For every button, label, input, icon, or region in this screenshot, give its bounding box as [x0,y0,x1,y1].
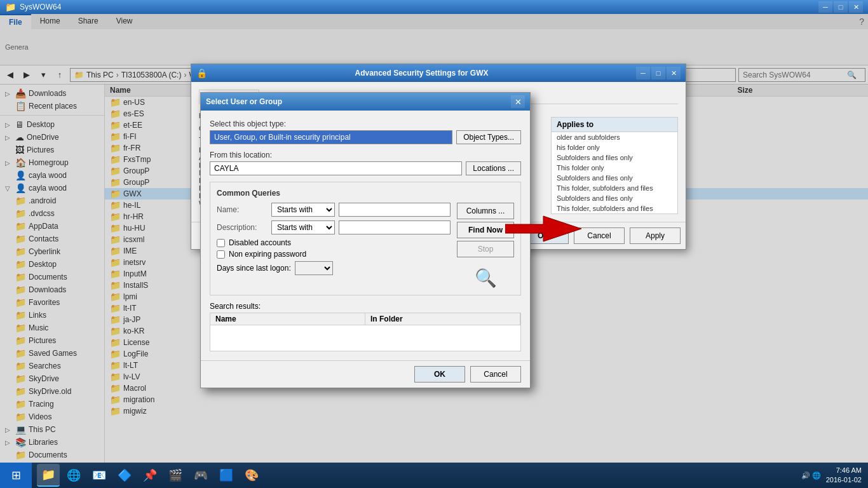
sidebar-item-downloads2[interactable]: 📁 Downloads [0,283,104,296]
sidebar-label: Saved Games [29,349,77,358]
sidebar-item-desktop[interactable]: ▷ 🖥 Desktop [0,118,104,131]
minimize-btn[interactable]: ─ [818,1,832,13]
cancel-button[interactable]: Cancel [574,227,625,244]
sidebar-item-onedrive[interactable]: ▷ ☁ OneDrive [0,131,104,144]
locations-btn[interactable]: Locations ... [466,161,521,175]
days-select[interactable] [295,261,333,275]
tab-view[interactable]: View [107,14,142,29]
file-row[interactable]: 📁migration [105,394,868,405]
applies-item[interactable]: Subfolders and files only [552,152,677,163]
taskbar-email[interactable]: 📧 [88,464,111,487]
sidebar-item-pictures2[interactable]: 📁 Pictures [0,334,104,347]
sidebar-item-links[interactable]: 📁 Links [0,309,104,322]
sidebar-item-dvdcss[interactable]: 📁 .dvdcss [0,207,104,220]
sidebar-item-skydrive[interactable]: 📁 SkyDrive [0,372,104,385]
folder-icon: 📁 [15,412,26,422]
sidebar-item-recent[interactable]: 📋 Recent places [0,100,104,112]
file-row[interactable]: 📁migwiz [105,405,868,417]
up-btn[interactable]: ↑ [52,67,67,83]
taskbar-file-explorer[interactable]: 📁 [37,464,60,487]
apply-button[interactable]: Apply [630,227,681,244]
disabled-accounts-checkbox[interactable] [217,239,225,247]
adv-close-btn[interactable]: ✕ [667,67,681,79]
applies-item[interactable]: his folder only [552,142,677,152]
sidebar-item-contacts[interactable]: 📁 Contacts [0,233,104,245]
sidebar-label: SkyDrive [29,374,59,383]
sidebar-item-user1[interactable]: 👤 cayla wood [0,169,104,182]
taskbar-app5[interactable]: 🟦 [215,464,238,487]
folder-icon: 📁 [15,348,26,358]
object-type-input[interactable] [210,130,452,144]
sidebar-item-searches[interactable]: 📁 Searches [0,360,104,372]
location-input[interactable] [210,161,462,175]
sidebar-item-android[interactable]: 📁 .android [0,194,104,207]
file-name: LogFile [123,349,148,358]
sidebar-item-music[interactable]: 📁 Music [0,322,104,334]
applies-item[interactable]: This folder only [552,163,677,173]
select-user-ok-btn[interactable]: OK [414,366,465,383]
applies-item[interactable]: Subfolders and files only [552,193,677,203]
sidebar-item-skydrive-old[interactable]: 📁 SkyDrive.old [0,385,104,398]
sidebar-label: Searches [29,362,61,370]
cloud-icon: ☁ [15,132,24,142]
forward-btn[interactable]: ▶ [19,67,34,83]
close-btn[interactable]: ✕ [849,1,863,13]
col-size[interactable]: Size [738,86,864,95]
taskbar-app6[interactable]: 🎨 [240,464,263,487]
sidebar-item-libraries[interactable]: ▷ 📚 Libraries [0,436,104,449]
adv-minimize-btn[interactable]: ─ [636,67,650,79]
folder-icon: 📁 [15,259,26,269]
sidebar-item-savedgames[interactable]: 📁 Saved Games [0,347,104,360]
sidebar-item-documents[interactable]: 📁 Documents [0,271,104,283]
tab-share[interactable]: Share [69,14,107,29]
sidebar-item-user2[interactable]: ▽ 👤 cayla wood [0,182,104,194]
select-user-cancel-btn[interactable]: Cancel [470,366,521,383]
sidebar-item-desktop2[interactable]: 📁 Desktop [0,258,104,271]
taskbar-app4[interactable]: 🎮 [189,464,212,487]
sidebar-sep [0,115,104,116]
taskbar-browser[interactable]: 🌐 [62,464,85,487]
search-input[interactable] [739,71,847,79]
start-button[interactable]: ⊞ [0,463,32,488]
sidebar-label: Downloads [29,89,66,98]
sidebar-label: Libraries [29,438,58,447]
sidebar-label: Contacts [29,234,58,243]
results-col-name: Name [210,313,365,325]
select-user-close-btn[interactable]: ✕ [511,95,525,108]
non-expiring-checkbox[interactable] [217,250,225,259]
taskbar-app2[interactable]: 📌 [139,464,161,487]
desc-starts-with-select[interactable]: Starts with [271,220,335,234]
back-btn[interactable]: ◀ [3,67,18,83]
sidebar-item-thispc[interactable]: ▷ 💻 This PC [0,423,104,436]
file-name: lt-IT [123,304,137,313]
applies-item[interactable]: This folder, subfolders and files [552,203,677,214]
sidebar-item-documents2[interactable]: 📁 Documents [0,449,104,461]
applies-item[interactable]: This folder, subfolders and files [552,183,677,193]
desc-query-input[interactable] [339,220,451,234]
maximize-btn[interactable]: □ [834,1,848,13]
help-icon[interactable]: ? [855,14,868,29]
applies-item[interactable]: Subfolders and files only [552,173,677,183]
tab-home[interactable]: Home [31,14,69,29]
sidebar-item-cyberlink[interactable]: 📁 Cyberlink [0,245,104,258]
file-name: et-EE [123,121,142,130]
applies-item[interactable]: older and subfolders [552,132,677,142]
taskbar-app3[interactable]: 🎬 [164,464,187,487]
sidebar-item-homegroup[interactable]: ▷ 🏠 Homegroup [0,156,104,169]
sidebar-item-downloads[interactable]: ▷ 📥 Downloads [0,87,104,100]
sidebar-item-videos[interactable]: 📁 Videos [0,410,104,423]
name-query-input[interactable] [339,203,451,217]
sidebar-item-appdata[interactable]: 📁 AppData [0,220,104,233]
object-types-btn[interactable]: Object Types... [456,130,521,144]
taskbar-app1[interactable]: 🔷 [113,464,136,487]
file-name: ko-KR [123,327,144,336]
sidebar-item-favorites[interactable]: 📁 Favorites [0,296,104,309]
name-starts-with-select[interactable]: Starts with [271,203,335,217]
sidebar-item-tracing[interactable]: 📁 Tracing [0,398,104,410]
path-part-thispc: This PC [86,71,114,79]
taskbar-right: 🔊 🌐 7:46 AM 2016-01-02 [801,466,868,485]
recent-btn[interactable]: ▾ [36,67,51,83]
adv-maximize-btn[interactable]: □ [651,67,665,79]
tab-file[interactable]: File [0,14,31,29]
sidebar-item-pictures[interactable]: 🖼 Pictures [0,144,104,156]
